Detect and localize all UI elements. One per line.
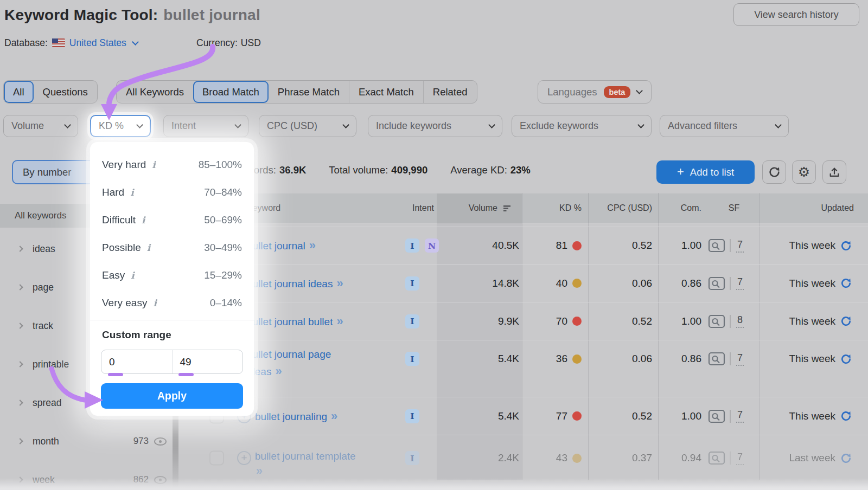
divider	[730, 239, 731, 252]
include-keywords-label: Include keywords	[376, 120, 451, 132]
column-header-updated[interactable]: Updated	[773, 203, 854, 213]
chevron-right-icon	[17, 399, 23, 405]
kd-option-possible[interactable]: Possiblei 30–49%	[102, 234, 242, 261]
column-header-cpc[interactable]: CPC (USD)	[582, 203, 652, 213]
refresh-icon[interactable]	[840, 315, 852, 327]
info-icon[interactable]: i	[153, 298, 156, 308]
volume-filter[interactable]: Volume	[3, 115, 78, 137]
cpc-filter[interactable]: CPC (USD)	[259, 115, 356, 137]
kd-option-very-hard[interactable]: Very hardi 85–100%	[102, 151, 242, 178]
column-header-intent[interactable]: Intent	[385, 203, 434, 213]
divider	[730, 410, 731, 423]
refresh-icon[interactable]	[840, 410, 852, 422]
kd-option-hard[interactable]: Hardi 70–84%	[102, 178, 242, 206]
volume-cell: 40.5K	[423, 240, 519, 252]
kd-option-easy[interactable]: Easyi 15–29%	[102, 261, 242, 289]
add-to-list-button[interactable]: + Add to list	[656, 160, 755, 184]
chevron-down-icon	[775, 121, 782, 128]
intent-filter[interactable]: Intent	[163, 115, 248, 137]
competition-cell: 0.94	[624, 452, 701, 464]
serp-preview-icon[interactable]	[708, 238, 725, 253]
sidebar-group-month[interactable]: month 973	[0, 429, 179, 453]
double-chevron-icon[interactable]	[271, 366, 282, 377]
info-icon[interactable]: i	[147, 242, 150, 253]
serp-features-cell: 7	[708, 352, 760, 366]
database-value[interactable]: United States	[69, 37, 126, 49]
double-chevron-icon[interactable]	[333, 278, 343, 289]
kd-option-very-easy[interactable]: Very easyi 0–14%	[102, 289, 242, 317]
include-keywords-filter[interactable]: Include keywords	[368, 115, 502, 137]
double-chevron-icon[interactable]	[333, 316, 343, 327]
keyword-link[interactable]: bullet journal bullet	[247, 316, 333, 327]
double-chevron-icon[interactable]	[305, 240, 316, 252]
double-chevron-icon[interactable]	[255, 464, 356, 478]
serp-features-count[interactable]: 7	[736, 352, 744, 366]
tab-broad-match[interactable]: Broad Match	[193, 81, 269, 103]
tab-related[interactable]: Related	[423, 81, 477, 103]
serp-features-count[interactable]: 7	[736, 452, 744, 465]
serp-features-count[interactable]: 7	[736, 276, 744, 290]
apply-button[interactable]: Apply	[101, 383, 243, 409]
view-search-history-button[interactable]: View search history	[733, 3, 859, 26]
refresh-icon[interactable]	[840, 278, 852, 289]
table-row[interactable]: bullet journal bullet I 9.9K 70 0.52 1.0…	[195, 302, 868, 340]
refresh-icon[interactable]	[840, 453, 852, 464]
serp-preview-icon[interactable]	[708, 409, 725, 423]
kd-to-input[interactable]: 49	[172, 350, 243, 373]
keyword-link[interactable]: bullet journal template	[255, 450, 356, 462]
sidebar-group-week[interactable]: week 862	[0, 468, 179, 490]
keyword-link[interactable]: bullet journaling	[255, 411, 327, 422]
kd-option-difficult[interactable]: Difficulti 50–69%	[102, 206, 242, 234]
column-header-com[interactable]: Com.	[647, 203, 701, 213]
kd-from-input[interactable]: 0	[101, 350, 172, 373]
tab-all-keywords[interactable]: All Keywords	[117, 81, 193, 103]
info-icon[interactable]: i	[152, 159, 155, 170]
double-chevron-icon[interactable]	[327, 411, 337, 422]
info-icon[interactable]: i	[130, 187, 133, 198]
advanced-filters[interactable]: Advanced filters	[660, 115, 789, 137]
keyword-link[interactable]: bullet journal ideas	[247, 278, 333, 289]
serp-features-count[interactable]: 8	[736, 314, 744, 328]
serp-features-count[interactable]: 7	[736, 239, 744, 253]
refresh-icon[interactable]	[840, 240, 852, 252]
kd-cell: 70	[522, 315, 582, 327]
keyword-link[interactable]: bullet journal page	[247, 349, 331, 360]
info-icon[interactable]: i	[131, 270, 134, 281]
tab-phrase-match[interactable]: Phrase Match	[269, 81, 349, 103]
info-icon[interactable]: i	[142, 215, 145, 225]
competition-cell: 1.00	[624, 240, 701, 252]
tab-questions[interactable]: Questions	[34, 81, 97, 103]
refresh-icon[interactable]	[840, 353, 852, 365]
add-keyword-icon[interactable]	[237, 451, 251, 465]
tab-exact-match[interactable]: Exact Match	[349, 81, 423, 103]
serp-preview-icon[interactable]	[708, 451, 725, 465]
kd-filter[interactable]: KD %	[90, 115, 151, 137]
serp-features-count[interactable]: 7	[736, 409, 744, 423]
table-row[interactable]: bullet journaling I 5.4K 77 0.52 1.00 7 …	[195, 397, 868, 435]
refresh-button[interactable]	[762, 160, 786, 184]
chevron-down-icon	[234, 121, 241, 128]
settings-button[interactable]: ⚙	[792, 160, 816, 184]
serp-features-cell: 8	[708, 314, 760, 328]
keyword-link[interactable]: bullet journal	[247, 240, 305, 252]
eye-icon[interactable]	[154, 476, 167, 484]
divider	[730, 352, 731, 365]
languages-dropdown[interactable]: Languages beta	[538, 80, 652, 104]
eye-icon[interactable]	[154, 437, 167, 446]
tab-all[interactable]: All	[4, 81, 34, 103]
table-row[interactable]: bullet journal page ideas I 5.4K 36 0.06…	[195, 340, 868, 397]
serp-preview-icon[interactable]	[708, 352, 725, 366]
table-row[interactable]: bullet journal template I 2.4K 43 0.37 0…	[195, 435, 868, 480]
serp-preview-icon[interactable]	[708, 276, 725, 291]
export-button[interactable]	[822, 160, 846, 184]
serp-preview-icon[interactable]	[708, 314, 725, 328]
chevron-down-icon	[132, 38, 139, 46]
table-row[interactable]: bullet journal I N 40.5K 81 0.52 1.00 7 …	[195, 227, 868, 265]
column-header-volume[interactable]: Volume	[446, 203, 511, 213]
column-header-sf[interactable]: SF	[720, 203, 748, 213]
database-selector[interactable]: Database: United States	[4, 36, 138, 50]
exclude-keywords-filter[interactable]: Exclude keywords	[512, 115, 652, 137]
row-checkbox[interactable]	[209, 451, 224, 466]
column-header-kd[interactable]: KD %	[533, 203, 582, 213]
table-row[interactable]: bullet journal ideas I 14.8K 40 0.06 0.8…	[195, 265, 868, 302]
